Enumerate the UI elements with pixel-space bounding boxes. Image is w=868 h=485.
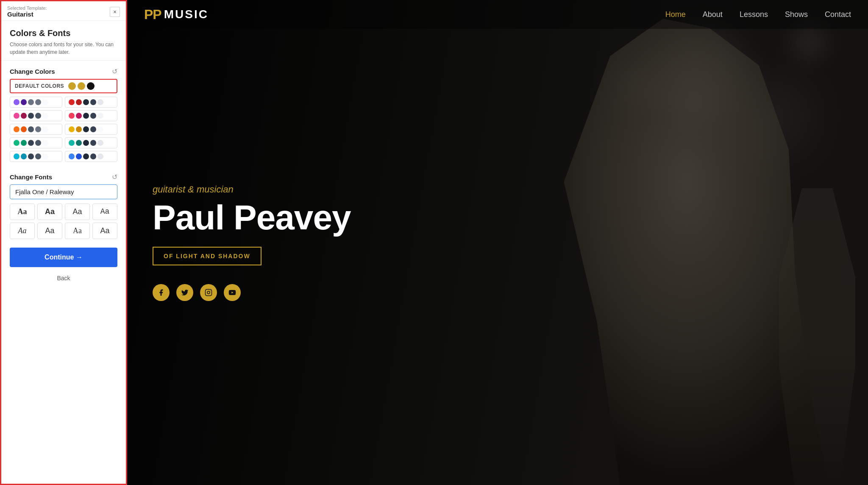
palette-option-yellow[interactable]	[65, 124, 117, 135]
palette-dot	[97, 126, 103, 132]
palette-option-blue[interactable]	[65, 151, 117, 162]
reset-fonts-icon[interactable]: ↺	[112, 173, 117, 181]
left-panel: Selected Template: Guitarist × Colors & …	[0, 0, 127, 485]
font-option-3[interactable]: Aa	[65, 203, 90, 220]
panel-title: Colors & Fonts	[10, 28, 117, 38]
nav-link-shows[interactable]: Shows	[785, 10, 808, 19]
color-palette-grid	[10, 97, 117, 162]
palette-dot	[90, 153, 96, 159]
hero-content: guitarist & musician Paul Peavey OF LIGH…	[153, 184, 351, 301]
palette-dots	[14, 140, 48, 146]
palette-dot	[76, 140, 82, 146]
palette-dot	[21, 153, 27, 159]
panel-header-section: Colors & Fonts Choose colors and fonts f…	[1, 21, 126, 61]
svg-point-2	[210, 290, 211, 291]
palette-dots	[69, 126, 103, 132]
nav-link-contact[interactable]: Contact	[825, 10, 851, 19]
palette-option-pink[interactable]	[10, 110, 62, 121]
palette-dot	[14, 153, 19, 159]
nav-link-home[interactable]: Home	[665, 10, 686, 19]
palette-dot	[69, 126, 75, 132]
palette-dot	[83, 140, 89, 146]
palette-dot	[69, 140, 75, 146]
palette-dot	[90, 126, 96, 132]
palette-dot	[76, 126, 82, 132]
font-selector[interactable]: Fjalla One / Raleway	[10, 184, 117, 199]
palette-dot	[97, 140, 103, 146]
palette-dot	[97, 99, 103, 105]
palette-dot	[83, 126, 89, 132]
default-color-dots	[68, 82, 95, 90]
default-colors-option[interactable]: DEFAULT COLORS	[10, 79, 117, 93]
palette-option-orange[interactable]	[10, 124, 62, 135]
change-colors-label: Change Colors	[10, 68, 55, 75]
palette-option-cyan[interactable]	[10, 151, 62, 162]
palette-dot	[42, 113, 48, 119]
palette-option-teal[interactable]	[65, 137, 117, 148]
font-option-7[interactable]: Aa	[65, 223, 90, 239]
palette-dot	[97, 113, 103, 119]
palette-dot	[35, 99, 41, 105]
social-icon-instagram[interactable]	[200, 284, 217, 301]
palette-option-purple[interactable]	[10, 97, 62, 108]
palette-dot	[35, 126, 41, 132]
font-option-8[interactable]: Aa	[92, 223, 117, 239]
panel-description: Choose colors and fonts for your site. Y…	[10, 41, 117, 56]
hero-subtitle: guitarist & musician	[153, 184, 351, 195]
palette-dot	[83, 99, 89, 105]
font-option-1[interactable]: Aa	[10, 203, 35, 220]
palette-dot	[28, 153, 34, 159]
palette-dot	[83, 153, 89, 159]
palette-dots	[14, 153, 48, 159]
continue-button[interactable]: Continue →	[10, 248, 117, 267]
palette-dot	[69, 153, 75, 159]
reset-colors-icon[interactable]: ↺	[112, 67, 117, 75]
font-option-5[interactable]: Aa	[10, 223, 35, 239]
social-icon-youtube[interactable]	[224, 284, 241, 301]
svg-point-1	[207, 291, 210, 294]
palette-dot	[97, 153, 103, 159]
palette-dot	[35, 153, 41, 159]
palette-option-red[interactable]	[65, 97, 117, 108]
palette-dot	[14, 140, 19, 146]
palette-option-rose[interactable]	[65, 110, 117, 121]
hero-cta-button[interactable]: OF LIGHT AND SHADOW	[153, 247, 262, 265]
palette-dot	[35, 113, 41, 119]
palette-option-green[interactable]	[10, 137, 62, 148]
palette-dot	[90, 140, 96, 146]
default-dot-2	[78, 82, 85, 90]
font-grid: Aa Aa Aa Aa Aa Aa Aa Aa	[1, 203, 126, 243]
panel-collapse-button[interactable]: ‹	[126, 232, 127, 253]
guitar-shape	[779, 188, 855, 485]
palette-dots	[14, 113, 48, 119]
default-colors-label: DEFAULT COLORS	[15, 83, 64, 89]
palette-dot	[35, 140, 41, 146]
social-icon-twitter[interactable]	[176, 284, 193, 301]
palette-dot	[21, 113, 27, 119]
selected-label: Selected Template:	[7, 6, 47, 11]
site-navigation: PP MUSIC Home About Lessons Shows Contac…	[127, 0, 868, 29]
palette-dot	[21, 126, 27, 132]
font-option-2[interactable]: Aa	[37, 203, 62, 220]
nav-link-lessons[interactable]: Lessons	[740, 10, 768, 19]
nav-links-list: Home About Lessons Shows Contact	[665, 10, 851, 19]
font-option-6[interactable]: Aa	[37, 223, 62, 239]
palette-dot	[21, 140, 27, 146]
font-option-4[interactable]: Aa	[92, 203, 117, 220]
change-fonts-header: Change Fonts ↺	[1, 166, 126, 184]
template-name: Guitarist	[7, 11, 47, 18]
social-icon-facebook[interactable]	[153, 284, 170, 301]
default-dot-1	[68, 82, 76, 90]
palette-dot	[76, 153, 82, 159]
hero-name: Paul Peavey	[153, 200, 351, 235]
palette-dot	[28, 99, 34, 105]
palette-dot	[28, 140, 34, 146]
logo-pp: PP	[144, 7, 161, 22]
palette-dot	[42, 153, 48, 159]
change-fonts-label: Change Fonts	[10, 173, 52, 181]
back-button[interactable]: Back	[1, 271, 126, 288]
palette-dot	[69, 99, 75, 105]
close-button[interactable]: ×	[110, 7, 120, 17]
nav-link-about[interactable]: About	[703, 10, 723, 19]
palette-dot	[42, 140, 48, 146]
